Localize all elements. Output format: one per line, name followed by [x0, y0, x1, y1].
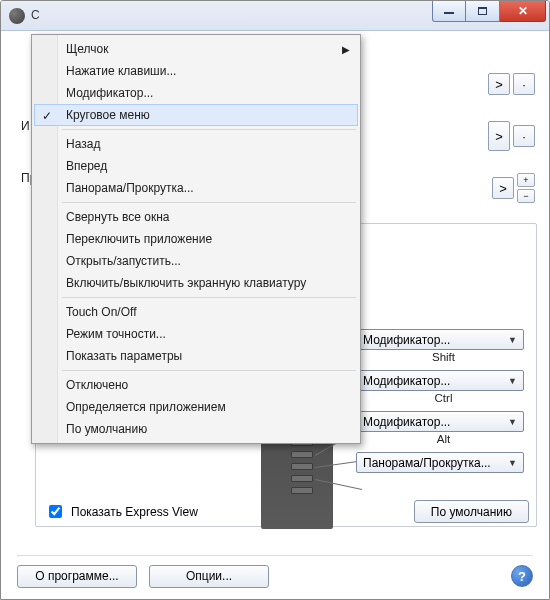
- window-buttons: ✕: [432, 1, 546, 22]
- help-button[interactable]: ?: [511, 565, 533, 587]
- right-btn-gt-1[interactable]: >: [488, 73, 510, 95]
- menu-item-radial-menu[interactable]: ✓ Круговое меню: [34, 104, 358, 126]
- submenu-arrow-icon: ▶: [342, 44, 350, 55]
- menu-item-open-run[interactable]: Открыть/запустить...: [34, 250, 358, 272]
- modifier-row: Модификатор... ▼ Ctrl: [356, 370, 531, 404]
- modifier-combo-3[interactable]: Модификатор... ▼: [356, 411, 524, 432]
- menu-item-label: Модификатор...: [66, 86, 153, 100]
- options-button[interactable]: Опции...: [149, 565, 269, 588]
- modifier-value-3: Alt: [356, 433, 531, 445]
- combo-label: Модификатор...: [363, 374, 450, 388]
- chevron-down-icon: ▼: [508, 376, 517, 386]
- right-btn-dot-1[interactable]: ·: [513, 73, 535, 95]
- check-icon: ✓: [42, 109, 52, 123]
- menu-item-app-defined[interactable]: Определяется приложением: [34, 396, 358, 418]
- modifier-row: Модификатор... ▼ Alt: [356, 411, 531, 445]
- bottom-bar: О программе... Опции... ?: [17, 555, 533, 585]
- side-label-a: И: [21, 119, 30, 133]
- modifier-value-1: Shift: [356, 351, 531, 363]
- checkbox-input[interactable]: [49, 505, 62, 518]
- right-btn-gt-2[interactable]: >: [488, 121, 510, 151]
- menu-item-toggle-osk[interactable]: Включить/выключить экранную клавиатуру: [34, 272, 358, 294]
- combo-label: Модификатор...: [363, 415, 450, 429]
- modifier-combo-4[interactable]: Панорама/Прокрутка... ▼: [356, 452, 524, 473]
- menu-item-label: Отключено: [66, 378, 128, 392]
- right-btn-gt-3[interactable]: >: [492, 177, 514, 199]
- menu-item-label: Определяется приложением: [66, 400, 226, 414]
- menu-item-label: Щелчок: [66, 42, 108, 56]
- menu-item-keypress[interactable]: Нажатие клавиши...: [34, 60, 358, 82]
- menu-separator: [62, 370, 356, 371]
- menu-item-default[interactable]: По умолчанию: [34, 418, 358, 440]
- modifier-row: Модификатор... ▼ Shift: [356, 329, 531, 363]
- modifier-combo-1[interactable]: Модификатор... ▼: [356, 329, 524, 350]
- menu-separator: [62, 297, 356, 298]
- menu-item-label: Переключить приложение: [66, 232, 212, 246]
- maximize-button[interactable]: [466, 1, 500, 22]
- menu-item-label: Панорама/Прокрутка...: [66, 181, 194, 195]
- menu-item-label: Показать параметры: [66, 349, 182, 363]
- menu-item-minimize-all[interactable]: Свернуть все окна: [34, 206, 358, 228]
- close-button[interactable]: ✕: [500, 1, 546, 22]
- menu-item-click[interactable]: Щелчок ▶: [34, 38, 358, 60]
- chevron-down-icon: ▼: [508, 458, 517, 468]
- modifier-value-2: Ctrl: [356, 392, 531, 404]
- menu-item-pan-scroll[interactable]: Панорама/Прокрутка...: [34, 177, 358, 199]
- menu-item-switch-app[interactable]: Переключить приложение: [34, 228, 358, 250]
- menu-separator: [62, 129, 356, 130]
- menu-separator: [62, 202, 356, 203]
- modifier-row: Панорама/Прокрутка... ▼: [356, 452, 531, 473]
- menu-item-touch-toggle[interactable]: Touch On/Off: [34, 301, 358, 323]
- menu-item-back[interactable]: Назад: [34, 133, 358, 155]
- show-express-view-checkbox[interactable]: Показать Express View: [45, 502, 198, 521]
- app-icon: [9, 8, 25, 24]
- right-btn-plus[interactable]: +: [517, 173, 535, 187]
- menu-item-label: Назад: [66, 137, 100, 151]
- menu-item-label: Включить/выключить экранную клавиатуру: [66, 276, 306, 290]
- menu-item-disabled[interactable]: Отключено: [34, 374, 358, 396]
- menu-item-label: Круговое меню: [66, 108, 150, 122]
- right-btn-minus[interactable]: −: [517, 189, 535, 203]
- menu-item-label: Режим точности...: [66, 327, 166, 341]
- menu-item-precision-mode[interactable]: Режим точности...: [34, 323, 358, 345]
- menu-item-label: Свернуть все окна: [66, 210, 169, 224]
- menu-item-label: Вперед: [66, 159, 107, 173]
- window-title: С: [31, 8, 40, 22]
- menu-item-modifier[interactable]: Модификатор...: [34, 82, 358, 104]
- modifier-combo-2[interactable]: Модификатор... ▼: [356, 370, 524, 391]
- context-menu: Щелчок ▶ Нажатие клавиши... Модификатор.…: [31, 34, 361, 444]
- combo-label: Модификатор...: [363, 333, 450, 347]
- chevron-down-icon: ▼: [508, 335, 517, 345]
- menu-item-label: Touch On/Off: [66, 305, 136, 319]
- chevron-down-icon: ▼: [508, 417, 517, 427]
- combo-label: Панорама/Прокрутка...: [363, 456, 491, 470]
- menu-item-show-params[interactable]: Показать параметры: [34, 345, 358, 367]
- right-btn-dot-2[interactable]: ·: [513, 125, 535, 147]
- right-button-stack: > · > · > + −: [465, 71, 535, 227]
- menu-item-label: Открыть/запустить...: [66, 254, 181, 268]
- menu-item-label: По умолчанию: [66, 422, 147, 436]
- minimize-button[interactable]: [432, 1, 466, 22]
- menu-item-label: Нажатие клавиши...: [66, 64, 176, 78]
- menu-item-forward[interactable]: Вперед: [34, 155, 358, 177]
- modifier-list: Модификатор... ▼ Shift Модификатор... ▼ …: [356, 329, 531, 477]
- reset-default-button[interactable]: По умолчанию: [414, 500, 529, 523]
- checkbox-label: Показать Express View: [71, 505, 198, 519]
- window-titlebar: С ✕: [1, 1, 549, 31]
- about-button[interactable]: О программе...: [17, 565, 137, 588]
